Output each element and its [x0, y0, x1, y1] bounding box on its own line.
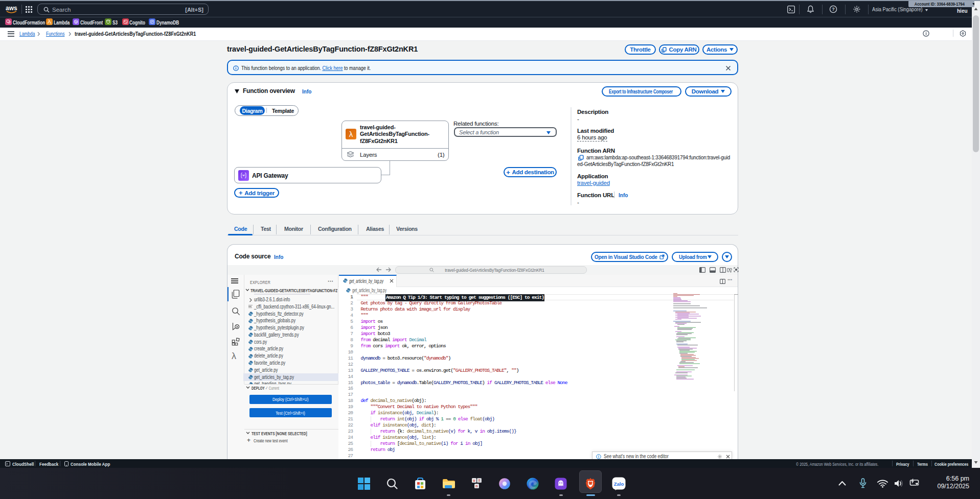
svg-text:?: ? — [832, 7, 835, 12]
svg-text:I: I — [479, 479, 480, 482]
svg-text:Zalo: Zalo — [614, 481, 624, 487]
svg-text:n: n — [475, 484, 477, 488]
svg-text:u: u — [473, 479, 475, 482]
